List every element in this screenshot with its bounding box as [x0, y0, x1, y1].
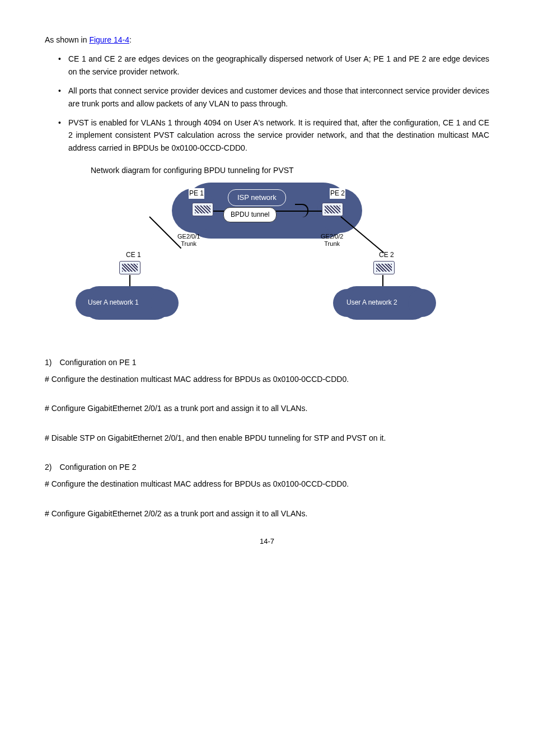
bpdu-tunnel-label: BPDU tunnel: [223, 207, 277, 222]
step-text: # Configure the destination multicast MA…: [45, 478, 489, 490]
ce2-label: CE 2: [379, 250, 394, 260]
intro-suffix: :: [129, 35, 132, 44]
list-item: CE 1 and CE 2 are edges devices on the g…: [58, 53, 489, 78]
switch-icon: [322, 203, 343, 216]
switch-icon: [373, 261, 395, 274]
page-number: 14-7: [45, 536, 489, 548]
list-item: PVST is enabled for VLANs 1 through 4094…: [58, 116, 489, 154]
ge1-trunk: Trunk: [181, 240, 196, 247]
ge2-trunk: Trunk: [324, 240, 340, 247]
isp-label: ISP network: [228, 189, 286, 207]
ge1-label: GE2/0/1 Trunk: [177, 233, 200, 248]
configuration-steps: 1) Configuration on PE 1 # Configure the…: [45, 356, 489, 520]
ce1-label: CE 1: [126, 250, 141, 260]
bullet-list: CE 1 and CE 2 are edges devices on the g…: [45, 53, 489, 154]
user-a-network-1-label: User A network 1: [88, 297, 139, 308]
intro-line: As shown in Figure 14-4:: [45, 34, 489, 46]
switch-icon: [119, 261, 140, 274]
ge2-label: GE2/0/2 Trunk: [321, 233, 343, 248]
link-line: [340, 216, 384, 253]
network-diagram: ISP network BPDU tunnel PE 1 PE 2 GE2/0/…: [99, 183, 435, 334]
figure-caption: Network diagram for configuring BPDU tun…: [91, 164, 489, 176]
step-heading: 2) Configuration on PE 2: [45, 461, 489, 473]
user-a-network-2-label: User A network 2: [346, 297, 397, 308]
step-text: # Configure GigabitEthernet 2/0/1 as a t…: [45, 402, 489, 414]
step-text: # Configure the destination multicast MA…: [45, 373, 489, 385]
intro-prefix: As shown in: [45, 35, 89, 44]
switch-icon: [192, 203, 213, 216]
pe1-label: PE 1: [189, 188, 204, 199]
list-item: All ports that connect service provider …: [58, 85, 489, 110]
ge1-port: GE2/0/1: [177, 233, 200, 240]
step-heading: 1) Configuration on PE 1: [45, 356, 489, 368]
figure-link[interactable]: Figure 14-4: [89, 35, 129, 44]
tunnel-arc-icon: [295, 204, 308, 217]
pe2-label: PE 2: [330, 188, 345, 199]
step-text: # Disable STP on GigabitEthernet 2/0/1, …: [45, 432, 489, 444]
ge2-port: GE2/0/2: [321, 233, 343, 240]
step-text: # Configure GigabitEthernet 2/0/2 as a t…: [45, 507, 489, 520]
